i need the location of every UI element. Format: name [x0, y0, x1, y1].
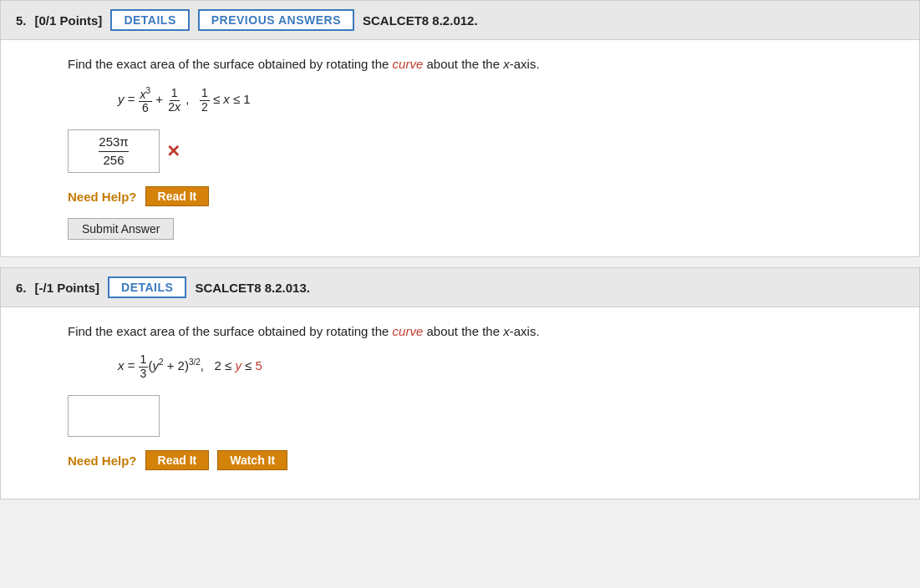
- q5-details-button[interactable]: DETAILS: [110, 9, 189, 31]
- q5-problem-text: Find the exact area of the surface obtai…: [68, 57, 869, 71]
- question-6-header: 6. [-/1 Points] DETAILS SCALCET8 8.2.013…: [1, 268, 919, 307]
- q5-answer-container: 253π 256 ✕: [68, 129, 869, 173]
- q5-answer-frac: 253π 256: [99, 135, 128, 167]
- q5-wrong-icon: ✕: [166, 141, 180, 161]
- q6-scalcet: SCALCET8 8.2.013.: [195, 281, 310, 295]
- q5-body: Find the exact area of the surface obtai…: [1, 40, 919, 256]
- q6-read-it-button[interactable]: Read It: [145, 450, 210, 470]
- q5-need-help-label: Need Help?: [68, 190, 137, 204]
- q5-frac3: 1 2: [200, 87, 210, 114]
- q6-answer-container: [68, 395, 869, 437]
- q6-text-part2: about the: [423, 324, 482, 338]
- q5-text-part1: Find the exact area of the surface obtai…: [68, 57, 393, 71]
- q6-answer-box[interactable]: [68, 395, 160, 437]
- q5-number: 5.: [16, 13, 27, 28]
- q5-answer-box[interactable]: 253π 256: [68, 129, 160, 173]
- q6-need-help-row: Need Help? Read It Watch It: [68, 450, 869, 470]
- q6-number: 6.: [16, 281, 27, 295]
- q5-scalcet: SCALCET8 8.2.012.: [363, 13, 478, 28]
- q6-points: [-/1 Points]: [35, 281, 100, 295]
- q5-prev-answers-button[interactable]: PREVIOUS ANSWERS: [198, 9, 354, 31]
- q5-frac2: 1 2x: [166, 87, 182, 114]
- q6-problem-text: Find the exact area of the surface obtai…: [68, 324, 869, 338]
- question-6: 6. [-/1 Points] DETAILS SCALCET8 8.2.013…: [0, 267, 920, 499]
- question-5-header: 5. [0/1 Points] DETAILS PREVIOUS ANSWERS…: [1, 1, 919, 40]
- q6-axis: x: [503, 324, 510, 338]
- q6-curve-word: curve: [393, 324, 424, 338]
- q5-answer-num: 253π: [99, 135, 128, 152]
- q6-text-part3: -axis.: [510, 324, 540, 338]
- q5-read-it-button[interactable]: Read It: [145, 186, 210, 206]
- q5-frac1: x3 6: [139, 86, 153, 114]
- q6-details-button[interactable]: DETAILS: [108, 276, 186, 298]
- q5-formula: y = x3 6 + 1 2x , 1 2 ≤ x ≤ 1: [118, 86, 869, 114]
- q6-body: Find the exact area of the surface obtai…: [1, 307, 919, 499]
- q6-formula: x = 1 3 (y2 + 2)3/2, 2 ≤ y ≤ 5: [118, 353, 869, 380]
- q6-text-part1: Find the exact area of the surface obtai…: [68, 324, 393, 338]
- question-5: 5. [0/1 Points] DETAILS PREVIOUS ANSWERS…: [0, 0, 920, 257]
- q5-curve-word: curve: [393, 57, 424, 71]
- q5-points: [0/1 Points]: [35, 13, 103, 28]
- q6-need-help-label: Need Help?: [68, 454, 137, 468]
- q5-text-part2: about the: [423, 57, 482, 71]
- q5-submit-row: Submit Answer: [68, 218, 869, 240]
- q5-need-help-row: Need Help? Read It: [68, 186, 869, 206]
- q6-watch-it-button[interactable]: Watch It: [217, 450, 287, 470]
- q5-answer-den: 256: [103, 152, 124, 168]
- q6-frac1: 1 3: [139, 353, 149, 380]
- q5-submit-button[interactable]: Submit Answer: [68, 218, 174, 240]
- q5-axis: x: [503, 57, 510, 71]
- q5-text-part3: -axis.: [510, 57, 540, 71]
